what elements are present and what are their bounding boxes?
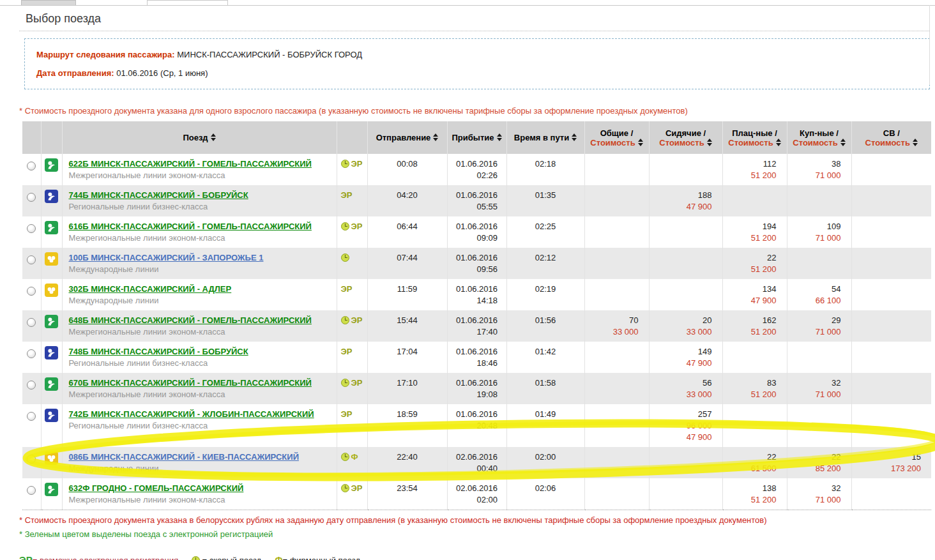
free-seats-count: 162	[723, 315, 777, 326]
train-select-radio[interactable]	[27, 381, 36, 390]
train-select-radio[interactable]	[27, 318, 36, 327]
column-header-kupe[interactable]: Куп-ные / Стоимость	[787, 121, 851, 154]
train-select-radio[interactable]	[27, 255, 36, 264]
platskart-cell: 19451 200	[722, 216, 787, 248]
table-row: 100Б МИНСК-ПАССАЖИРСКИЙ - ЗАПОРОЖЬЕ 1 Ме…	[22, 248, 931, 279]
interregional-economy-lines-logo	[45, 315, 58, 328]
free-seats-count: 32	[787, 377, 841, 389]
column-header-platskart[interactable]: Плац-ные / Стоимость	[722, 121, 787, 154]
train-link[interactable]: 622Б МИНСК-ПАССАЖИРСКИЙ - ГОМЕЛЬ-ПАССАЖИ…	[69, 159, 312, 169]
sort-icon[interactable]	[707, 139, 712, 146]
route-info-box: Маршрут следования пассажира: МИНСК-ПАСС…	[24, 38, 930, 89]
sort-icon[interactable]	[776, 139, 781, 146]
column-header-duration[interactable]: Время в пути	[506, 121, 584, 154]
arrival-cell: 01.06.201602:26	[447, 154, 506, 185]
regional-business-lines-logo	[45, 190, 58, 203]
firm-train-flag: Ф	[351, 452, 358, 462]
regional-business-lines-logo	[45, 409, 58, 422]
departure-time: 07:44	[367, 248, 447, 279]
kupe-cell	[787, 404, 851, 447]
train-select-radio[interactable]	[27, 162, 36, 170]
sv-cell: 15173 200	[851, 447, 931, 478]
train-link[interactable]: 670Б МИНСК-ПАССАЖИРСКИЙ - ГОМЕЛЬ-ПАССАЖИ…	[69, 378, 312, 388]
fast-train-clock-icon	[341, 316, 349, 324]
sort-icon[interactable]	[840, 139, 846, 146]
free-seats-count: 109	[787, 221, 841, 232]
e-registration-flag: ЭР	[341, 409, 353, 419]
adult-price-note: * Стоимость проездного документа указана…	[19, 106, 929, 116]
column-header-departure[interactable]: Отправление	[367, 121, 447, 154]
platskart-cell	[722, 342, 787, 373]
sort-icon[interactable]	[497, 133, 502, 141]
e-registration-flag: ЭР	[341, 284, 353, 294]
sidyachie-cell: 25796 00047 900	[649, 404, 722, 447]
column-header-arrival[interactable]: Прибытие	[447, 121, 506, 154]
train-category: Региональные линии бизнес-класса	[69, 358, 337, 369]
free-seats-count: 56	[650, 377, 712, 389]
train-link[interactable]: 632Ф ГРОДНО - ГОМЕЛЬ-ПАССАЖИРСКИЙ	[69, 483, 244, 493]
sv-cell	[851, 216, 931, 248]
ticket-price: 61 500	[723, 463, 777, 474]
arrival-cell: 01.06.201609:09	[447, 216, 506, 248]
kupe-cell: 5466 100	[787, 279, 851, 310]
class-header-label: Плац-ные /	[732, 128, 777, 138]
obshchie-cell	[584, 248, 649, 279]
sort-icon[interactable]	[572, 133, 577, 141]
cost-header-label: Стоимость	[793, 138, 837, 148]
train-link[interactable]: 648Б МИНСК-ПАССАЖИРСКИЙ - ГОМЕЛЬ-ПАССАЖИ…	[69, 315, 312, 325]
train-link[interactable]: 744Б МИНСК-ПАССАЖИРСКИЙ - БОБРУЙСК	[69, 190, 248, 200]
obshchie-cell	[584, 216, 649, 248]
ticket-price: 47 900	[650, 432, 712, 443]
interregional-economy-lines-logo	[45, 158, 58, 172]
ticket-price: 51 200	[723, 264, 777, 275]
platskart-cell: 13851 200	[722, 478, 787, 510]
duration-header-label: Время в пути	[514, 133, 569, 142]
sort-icon[interactable]	[433, 133, 438, 141]
currency-note: * Стоимость проездного документа указана…	[19, 515, 929, 525]
arrival-time: 00:40	[476, 464, 498, 473]
train-link[interactable]: 748Б МИНСК-ПАССАЖИРСКИЙ - БОБРУЙСК	[69, 347, 248, 356]
sv-cell	[851, 478, 931, 510]
table-row: 622Б МИНСК-ПАССАЖИРСКИЙ - ГОМЕЛЬ-ПАССАЖИ…	[22, 154, 931, 185]
train-select-radio[interactable]	[27, 349, 36, 358]
train-category: Региональные линии бизнес-класса	[69, 420, 337, 432]
sv-cell	[851, 279, 931, 310]
train-link[interactable]: 086Б МИНСК-ПАССАЖИРСКИЙ - КИЕВ-ПАССАЖИРС…	[69, 452, 299, 462]
column-header-train[interactable]: Поезд	[62, 121, 337, 154]
train-flags: ЭР	[337, 404, 367, 447]
ticket-price: 51 200	[723, 326, 777, 338]
interregional-economy-lines-logo	[45, 221, 58, 234]
column-header-obshchie[interactable]: Общие / Стоимость	[584, 121, 649, 154]
train-table-body: 622Б МИНСК-ПАССАЖИРСКИЙ - ГОМЕЛЬ-ПАССАЖИ…	[22, 154, 931, 510]
train-link[interactable]: 616Б МИНСК-ПАССАЖИРСКИЙ - ГОМЕЛЬ-ПАССАЖИ…	[69, 222, 312, 231]
sidyachie-cell: 18847 900	[649, 185, 722, 216]
sort-icon[interactable]	[211, 133, 216, 141]
train-select-radio[interactable]	[27, 412, 36, 421]
obshchie-cell	[584, 154, 649, 185]
er-legend-text: = возможна электронная регистрация	[33, 556, 179, 560]
arrival-date: 01.06.2016	[456, 347, 498, 356]
train-link[interactable]: 302Б МИНСК-ПАССАЖИРСКИЙ - АДЛЕР	[69, 284, 232, 294]
arrival-date: 01.06.2016	[456, 409, 498, 419]
arrival-date: 01.06.2016	[456, 190, 498, 200]
train-select-radio[interactable]	[27, 486, 36, 495]
train-flags: ЭР	[337, 478, 367, 510]
arrival-cell: 01.06.201620:48	[447, 404, 506, 447]
obshchie-cell	[584, 279, 649, 310]
sort-icon[interactable]	[638, 139, 643, 146]
e-registration-flag: ЭР	[351, 159, 363, 169]
train-link[interactable]: 100Б МИНСК-ПАССАЖИРСКИЙ - ЗАПОРОЖЬЕ 1	[69, 253, 264, 262]
train-select-radio[interactable]	[27, 193, 36, 202]
arrival-cell: 01.06.201609:56	[447, 248, 506, 279]
column-header-sv[interactable]: СВ / Стоимость	[851, 121, 931, 154]
train-select-radio[interactable]	[27, 455, 36, 464]
train-flags: ЭР	[337, 279, 367, 310]
train-select-radio[interactable]	[27, 224, 36, 233]
train-link[interactable]: 742Б МИНСК-ПАССАЖИРСКИЙ - ЖЛОБИН-ПАССАЖИ…	[69, 409, 314, 419]
train-select-radio[interactable]	[27, 287, 36, 296]
sort-icon[interactable]	[913, 139, 918, 146]
free-seats-count: 22	[787, 451, 841, 463]
free-seats-count: 257	[650, 409, 712, 420]
free-seats-count: 22	[723, 252, 777, 264]
column-header-sidyachie[interactable]: Сидячие / Стоимость	[649, 121, 722, 154]
